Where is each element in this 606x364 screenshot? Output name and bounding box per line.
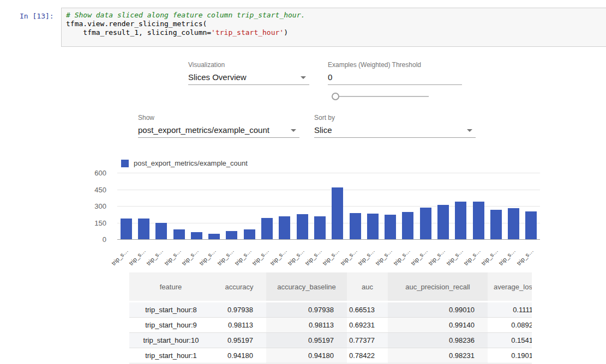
code-comment: # Show data sliced along feature column … bbox=[66, 11, 305, 19]
metric-cell: 0.66513 bbox=[347, 302, 388, 318]
metric-cell: 0.99140 bbox=[388, 318, 488, 333]
code-cell[interactable]: # Show data sliced along feature column … bbox=[61, 8, 606, 47]
bar[interactable] bbox=[297, 214, 308, 239]
sort-label: Sort by bbox=[314, 114, 335, 122]
metric-cell: 0.78422 bbox=[347, 348, 388, 363]
slider-thumb[interactable] bbox=[332, 93, 339, 100]
x-axis-labels: trip_s…trip_s…trip_s…trip_s…trip_s…trip_… bbox=[117, 240, 540, 261]
bar[interactable] bbox=[332, 187, 343, 239]
threshold-slider[interactable] bbox=[332, 93, 429, 100]
y-tick-label: 150 bbox=[94, 219, 106, 227]
bar[interactable] bbox=[385, 215, 396, 239]
metric-cell: 0.0892 bbox=[488, 318, 532, 333]
bar-slot bbox=[205, 173, 223, 239]
table-header-row: featureaccuracyaccuracy_baselineaucauc_p… bbox=[129, 272, 532, 302]
column-header[interactable]: accuracy_baseline bbox=[266, 272, 347, 302]
bar-slot bbox=[223, 173, 241, 239]
column-header[interactable]: feature bbox=[129, 272, 212, 302]
gridline bbox=[117, 239, 540, 240]
metric-cell: 0.98236 bbox=[388, 333, 488, 348]
visualization-label: Visualization bbox=[188, 61, 225, 69]
bar-chart bbox=[117, 173, 540, 239]
table-row: trip_start_hour:100.951970.951970.773770… bbox=[129, 333, 532, 348]
feature-cell: trip_start_hour:10 bbox=[129, 333, 212, 348]
bar[interactable] bbox=[279, 216, 290, 239]
feature-cell: trip_start_hour:8 bbox=[129, 302, 212, 318]
chart-legend: post_export_metrics/example_count bbox=[121, 159, 248, 167]
bar-slot bbox=[487, 173, 505, 239]
bar[interactable] bbox=[350, 213, 361, 239]
threshold-input[interactable]: 0 bbox=[328, 71, 462, 85]
metric-cell: 0.94180 bbox=[212, 348, 266, 363]
visualization-select[interactable]: Slices Overview bbox=[188, 71, 309, 85]
metric-cell: 0.95197 bbox=[266, 333, 347, 348]
code-text: ) bbox=[284, 28, 288, 37]
code-string: 'trip_start_hour' bbox=[211, 28, 284, 37]
bar[interactable] bbox=[261, 218, 273, 239]
bar[interactable] bbox=[138, 219, 149, 239]
bar[interactable] bbox=[226, 231, 237, 239]
metric-cell: 0.97938 bbox=[212, 302, 266, 318]
column-header[interactable]: auc bbox=[347, 272, 388, 302]
code-text: tfma.view.render_slicing_metrics( bbox=[66, 20, 207, 28]
bar[interactable] bbox=[402, 212, 413, 239]
y-tick-label: 0 bbox=[103, 235, 106, 244]
bar-slot bbox=[434, 173, 452, 239]
bar[interactable] bbox=[173, 229, 185, 239]
bar-slot bbox=[258, 173, 275, 239]
table-row: trip_start_hour:90.981130.981130.692310.… bbox=[129, 318, 532, 333]
bar-slot bbox=[135, 173, 152, 239]
metric-cell: 0.1901 bbox=[488, 348, 532, 363]
y-tick-label: 600 bbox=[94, 169, 106, 177]
bar-slot bbox=[399, 173, 417, 239]
bar[interactable] bbox=[508, 208, 519, 239]
metric-cell: 0.94180 bbox=[266, 348, 347, 363]
metric-cell: 0.1541 bbox=[488, 333, 532, 348]
code-text: tfma_result_1, slicing_column= bbox=[66, 28, 211, 37]
bar-slot bbox=[276, 173, 293, 239]
column-header[interactable]: auc_precision_recall bbox=[388, 272, 488, 302]
sort-value: Slice bbox=[314, 124, 476, 136]
bar[interactable] bbox=[121, 219, 132, 239]
bar-slot bbox=[117, 173, 135, 239]
slider-track[interactable] bbox=[332, 96, 429, 97]
dropdown-arrow-icon bbox=[467, 129, 472, 132]
bar[interactable] bbox=[244, 229, 255, 239]
bar[interactable] bbox=[420, 208, 431, 239]
metric-cell: 0.98113 bbox=[212, 318, 266, 333]
metric-cell: 0.99010 bbox=[388, 302, 488, 318]
bar-slot bbox=[170, 173, 188, 239]
bar[interactable] bbox=[155, 223, 167, 239]
bar[interactable] bbox=[314, 216, 326, 239]
bar-slot bbox=[329, 173, 346, 239]
bar-slot bbox=[417, 173, 434, 239]
column-header[interactable]: accuracy bbox=[212, 272, 266, 302]
metric-cell: 0.77377 bbox=[347, 333, 388, 348]
feature-cell: trip_start_hour:9 bbox=[129, 318, 212, 333]
bar[interactable] bbox=[191, 232, 202, 239]
column-header[interactable]: average_los bbox=[488, 272, 532, 302]
legend-swatch bbox=[121, 160, 129, 167]
metric-cell: 0.98231 bbox=[388, 348, 488, 363]
table-body: trip_start_hour:80.979380.979380.665130.… bbox=[129, 302, 532, 363]
sort-select[interactable]: Slice bbox=[314, 124, 476, 138]
y-axis-labels: 0150300450600 bbox=[82, 173, 112, 239]
x-tick-label: trip_s… bbox=[110, 247, 129, 266]
bar[interactable] bbox=[473, 202, 484, 239]
bar[interactable] bbox=[208, 234, 220, 239]
metrics-table: featureaccuracyaccuracy_baselineaucauc_p… bbox=[129, 272, 532, 364]
bar-slot bbox=[346, 173, 364, 239]
bar-slot bbox=[364, 173, 381, 239]
threshold-value: 0 bbox=[328, 71, 462, 83]
metric-cell: 0.98113 bbox=[266, 318, 347, 333]
bar[interactable] bbox=[437, 205, 449, 239]
bar[interactable] bbox=[455, 202, 466, 239]
bar[interactable] bbox=[525, 211, 537, 239]
show-label: Show bbox=[138, 114, 154, 122]
bar[interactable] bbox=[367, 214, 379, 239]
show-select[interactable]: post_export_metrics/example_count bbox=[138, 124, 299, 138]
code-line-1: # Show data sliced along feature column … bbox=[66, 11, 603, 20]
show-value: post_export_metrics/example_count bbox=[138, 124, 299, 136]
bar[interactable] bbox=[490, 210, 502, 239]
cell-prompt: In [13]: bbox=[20, 12, 54, 20]
